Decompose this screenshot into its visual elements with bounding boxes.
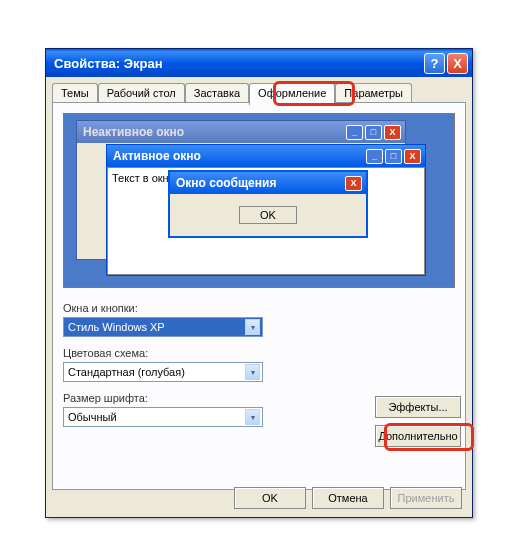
close-button[interactable]: X — [447, 53, 468, 74]
dialog-title: Свойства: Экран — [54, 56, 422, 71]
windows-buttons-value: Стиль Windows XP — [68, 321, 165, 333]
preview-window-text: Текст в окне — [112, 172, 175, 184]
tab-appearance[interactable]: Оформление — [249, 83, 335, 105]
appearance-panel: Неактивное окно _ □ X Активное окно _ □ … — [52, 102, 466, 490]
preview-active-window: Активное окно _ □ X Текст в окне Окно со… — [106, 144, 426, 276]
apply-button[interactable]: Применить — [390, 487, 462, 509]
close-icon: X — [345, 176, 362, 191]
preview-msgbox-title: Окно сообщения — [176, 176, 276, 190]
color-scheme-value: Стандартная (голубая) — [68, 366, 185, 378]
preview-msgbox-titlebar: Окно сообщения X — [170, 172, 366, 194]
font-size-combo[interactable]: Обычный ▾ — [63, 407, 263, 427]
maximize-icon: □ — [365, 125, 382, 140]
titlebar[interactable]: Свойства: Экран ? X — [46, 49, 472, 77]
chevron-down-icon: ▾ — [245, 409, 260, 425]
windows-buttons-label: Окна и кнопки: — [63, 302, 455, 314]
chevron-down-icon: ▾ — [245, 364, 260, 380]
preview-active-title: Активное окно — [113, 149, 201, 163]
ok-button[interactable]: OK — [234, 487, 306, 509]
help-button[interactable]: ? — [424, 53, 445, 74]
color-scheme-combo[interactable]: Стандартная (голубая) ▾ — [63, 362, 263, 382]
cancel-button[interactable]: Отмена — [312, 487, 384, 509]
minimize-icon: _ — [366, 149, 383, 164]
advanced-button[interactable]: Дополнительно — [375, 425, 461, 447]
maximize-icon: □ — [385, 149, 402, 164]
preview-inactive-title: Неактивное окно — [83, 125, 184, 139]
preview-message-box: Окно сообщения X OK — [168, 170, 368, 238]
tab-themes[interactable]: Темы — [52, 83, 98, 102]
display-properties-dialog: Свойства: Экран ? X Темы Рабочий стол За… — [45, 48, 473, 518]
chevron-down-icon: ▾ — [245, 319, 260, 335]
dialog-buttons: OK Отмена Применить — [234, 487, 462, 509]
close-icon: X — [404, 149, 421, 164]
tab-settings[interactable]: Параметры — [335, 83, 412, 102]
close-icon: X — [384, 125, 401, 140]
font-size-value: Обычный — [68, 411, 117, 423]
tab-screensaver[interactable]: Заставка — [185, 83, 249, 102]
preview-msgbox-ok-button: OK — [239, 206, 297, 224]
color-scheme-label: Цветовая схема: — [63, 347, 455, 359]
theme-preview: Неактивное окно _ □ X Активное окно _ □ … — [63, 113, 455, 288]
effects-button[interactable]: Эффекты... — [375, 396, 461, 418]
minimize-icon: _ — [346, 125, 363, 140]
preview-active-titlebar: Активное окно _ □ X — [107, 145, 425, 167]
preview-inactive-titlebar: Неактивное окно _ □ X — [77, 121, 405, 143]
tab-strip: Темы Рабочий стол Заставка Оформление Па… — [52, 83, 466, 102]
tab-desktop[interactable]: Рабочий стол — [98, 83, 185, 102]
windows-buttons-combo[interactable]: Стиль Windows XP ▾ — [63, 317, 263, 337]
